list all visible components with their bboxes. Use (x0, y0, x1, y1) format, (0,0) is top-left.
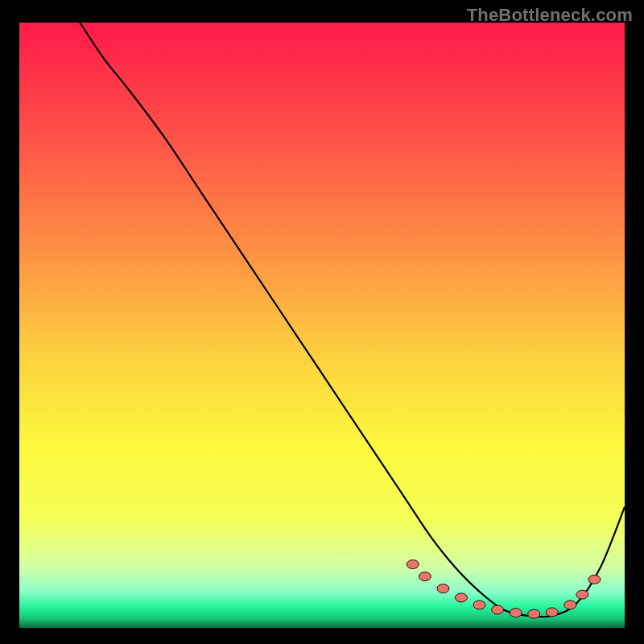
data-marker (576, 590, 588, 599)
data-marker (407, 560, 419, 569)
bottleneck-plot (19, 23, 625, 628)
data-marker (473, 601, 485, 609)
plot-area (19, 23, 625, 628)
data-marker (564, 601, 576, 609)
data-marker (546, 608, 558, 617)
data-marker (588, 575, 601, 584)
data-marker (528, 609, 540, 618)
data-marker (510, 609, 522, 617)
data-marker (492, 605, 504, 614)
chart-frame: TheBottleneck.com (0, 0, 644, 644)
watermark-text: TheBottleneck.com (467, 5, 633, 26)
data-marker (419, 572, 431, 581)
data-marker (437, 584, 449, 593)
data-marker (455, 593, 467, 602)
gradient-background (19, 23, 625, 628)
